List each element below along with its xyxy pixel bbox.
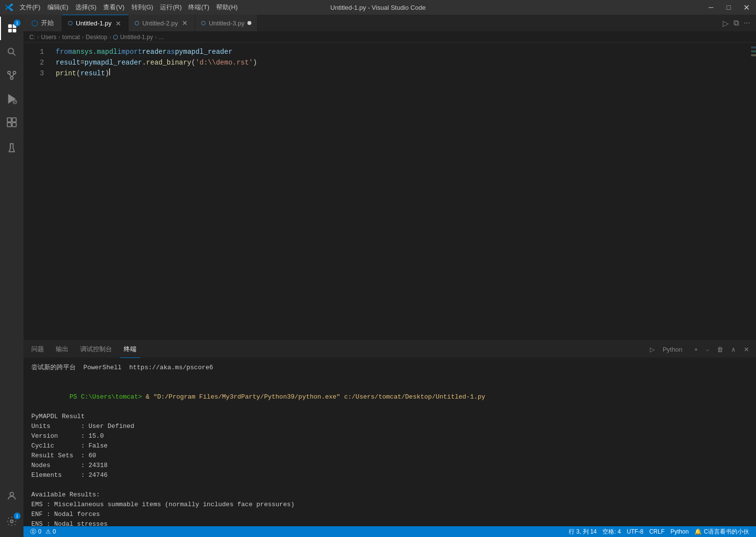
menu-run[interactable]: 运行(R) [160, 3, 181, 12]
breadcrumb-users[interactable]: Users [41, 34, 56, 41]
status-notifications[interactable]: 🔔 C语言看书的小伙 [691, 528, 752, 536]
svg-rect-3 [8, 24, 12, 28]
status-errors[interactable]: ⓪ 0 ⚠ 0 [27, 526, 59, 537]
svg-rect-6 [13, 29, 16, 32]
terminal-output-3: Cyclic : False [31, 441, 748, 451]
status-language[interactable]: Python [667, 528, 691, 535]
run-file-icon[interactable]: ▷ [721, 18, 731, 29]
panel-right-actions: ▷ Python + ⌵ 🗑 ∧ ✕ [643, 344, 752, 355]
tab-start[interactable]: ⬡ 开始 [23, 15, 62, 31]
titlebar-menu: 文件(F) 编辑(E) 选择(S) 查看(V) 转到(G) 运行(R) 终端(T… [20, 3, 238, 12]
status-eol[interactable]: CRLF [646, 528, 667, 535]
maximize-button[interactable]: □ [724, 3, 734, 11]
svg-rect-19 [7, 123, 11, 127]
more-actions-icon[interactable]: ··· [742, 18, 752, 28]
code-line-2: result = pymapdl_reader.read_binary('d:\… [56, 57, 751, 68]
panel-tab-debug[interactable]: 调试控制台 [76, 341, 116, 358]
tab-close-untitled-1[interactable]: ✕ [114, 20, 122, 27]
minimize-button[interactable]: ─ [706, 3, 716, 11]
menu-edit[interactable]: 编辑(E) [47, 3, 68, 12]
breadcrumb-more[interactable]: ... [159, 34, 164, 41]
code-editor[interactable]: 1 2 3 from ansys.mapdl import reader as … [23, 43, 756, 340]
terminal-output-empty [31, 480, 748, 490]
panel-tab-terminal[interactable]: 终端 [120, 341, 140, 358]
close-button[interactable]: ✕ [741, 3, 751, 12]
status-encoding[interactable]: UTF-8 [624, 528, 646, 535]
split-editor-icon[interactable]: ⧉ [732, 18, 741, 28]
menu-view[interactable]: 查看(V) [103, 3, 124, 12]
python-selector-button[interactable]: ▷ Python [643, 344, 689, 355]
breadcrumb-file-icon: ⬡ [113, 34, 118, 41]
py-file-icon-3: ⬡ [201, 20, 206, 26]
window-title: Untitled-1.py - Visual Studio Code [331, 4, 426, 11]
terminal-output-9: EMS : Miscellaneous summable items (norm… [31, 500, 748, 510]
minimap [751, 43, 756, 340]
sidebar-item-source-control[interactable] [0, 64, 23, 87]
svg-marker-14 [9, 95, 15, 103]
add-terminal-icon[interactable]: + [691, 345, 701, 354]
error-icon: ⓪ [30, 528, 36, 536]
breadcrumb: C: › Users › tomcat › Desktop › ⬡ Untitl… [23, 32, 756, 43]
terminal-output-6: Elements : 24746 [31, 470, 748, 480]
terminal-split-icon[interactable]: ⌵ [703, 345, 712, 354]
sidebar-item-search[interactable] [0, 40, 23, 64]
status-spaces[interactable]: 空格: 4 [600, 528, 623, 536]
svg-rect-18 [12, 118, 16, 122]
panel-maximize-icon[interactable]: ∧ [728, 345, 739, 354]
code-line-1: from ansys.mapdl import reader as pymapd… [56, 46, 751, 57]
vscode-icon-small: ⬡ [31, 19, 38, 28]
tab-untitled-2[interactable]: ⬡ Untitled-2.py ✕ [129, 15, 195, 31]
sidebar-item-extensions[interactable] [0, 111, 23, 134]
breadcrumb-file[interactable]: Untitled-1.py [120, 34, 153, 41]
sidebar-item-explorer[interactable]: 1 [0, 17, 23, 40]
terminal-cmd-1: & "D:/Program Files/My3rdParty/Python39/… [146, 393, 485, 401]
panel-tab-output[interactable]: 输出 [52, 341, 72, 358]
svg-marker-2 [5, 5, 8, 10]
sidebar-item-test[interactable] [0, 136, 23, 159]
svg-line-16 [14, 101, 16, 103]
menu-select[interactable]: 选择(S) [75, 3, 96, 12]
tab-close-untitled-2[interactable]: ✕ [181, 19, 189, 27]
breadcrumb-tomcat[interactable]: tomcat [62, 34, 80, 41]
breadcrumb-desktop[interactable]: Desktop [86, 34, 107, 41]
tab-untitled-1[interactable]: ⬡ Untitled-1.py ✕ [62, 15, 129, 31]
panel-area: 问题 输出 调试控制台 终端 ▷ Python + ⌵ 🗑 ∧ ✕ [23, 340, 756, 526]
activity-bar-bottom: 1 [0, 484, 23, 537]
svg-line-13 [12, 74, 15, 77]
panel-close-icon[interactable]: ✕ [741, 345, 752, 354]
terminal-kill-icon[interactable]: 🗑 [714, 345, 726, 354]
code-content[interactable]: from ansys.mapdl import reader as pymapd… [48, 43, 751, 340]
terminal-content[interactable]: 尝试新的跨平台 PowerShell https://aka.ms/pscore… [23, 358, 756, 526]
line-numbers: 1 2 3 [23, 43, 48, 340]
terminal-output-10: ENF : Nodal forces [31, 510, 748, 519]
sidebar-item-run[interactable] [0, 87, 23, 111]
svg-point-9 [8, 71, 11, 74]
menu-goto[interactable]: 转到(G) [132, 3, 154, 12]
sidebar-item-account[interactable] [0, 484, 23, 508]
panel-tab-problems[interactable]: 问题 [27, 341, 48, 358]
menu-file[interactable]: 文件(F) [20, 3, 41, 12]
warning-count: 0 [53, 528, 56, 535]
editor-area: ⬡ 开始 ⬡ Untitled-1.py ✕ ⬡ Untitled-2.py ✕… [23, 15, 756, 537]
svg-point-11 [10, 77, 13, 80]
activity-bar: 1 1 [0, 15, 23, 537]
tab-bar-actions: ▷ ⧉ ··· [721, 15, 756, 31]
svg-line-8 [13, 53, 15, 55]
sidebar-item-settings[interactable]: 1 [0, 510, 23, 533]
svg-rect-5 [8, 29, 12, 32]
vscode-logo-icon [5, 3, 14, 12]
svg-line-12 [9, 74, 12, 77]
terminal-cmd-line: PS C:\Users\tomcat> & "D:/Program Files/… [31, 382, 748, 412]
svg-point-7 [8, 48, 14, 54]
tab-untitled-3[interactable]: ⬡ Untitled-3.py [195, 15, 258, 31]
titlebar-left: 文件(F) 编辑(E) 选择(S) 查看(V) 转到(G) 运行(R) 终端(T… [5, 3, 238, 12]
error-count: 0 [38, 528, 42, 535]
panel-tabs: 问题 输出 调试控制台 终端 ▷ Python + ⌵ 🗑 ∧ ✕ [23, 341, 756, 358]
status-line-col[interactable]: 行 3, 列 14 [566, 528, 600, 536]
menu-terminal[interactable]: 终端(T) [188, 3, 209, 12]
breadcrumb-c[interactable]: C: [29, 34, 35, 41]
terminal-output-4: Result Sets : 60 [31, 451, 748, 461]
menu-help[interactable]: 帮助(H) [216, 3, 238, 12]
terminal-output-5: Nodes : 24318 [31, 461, 748, 470]
terminal-line-cross-platform: 尝试新的跨平台 PowerShell https://aka.ms/pscore… [31, 363, 748, 373]
